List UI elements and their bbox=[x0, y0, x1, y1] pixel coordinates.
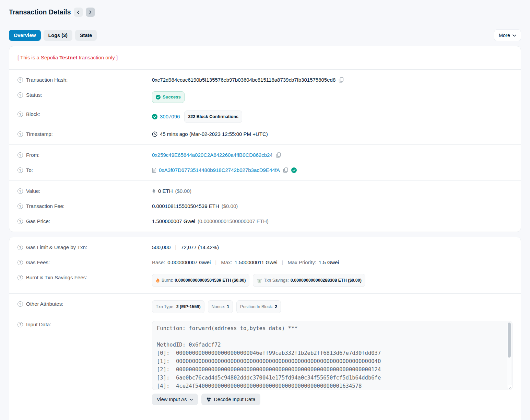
help-icon[interactable]: ? bbox=[17, 188, 23, 194]
gas-fees-label: Gas Fees: bbox=[26, 259, 50, 266]
to-address-link[interactable]: 0xA3f07D6773514480b918C2742b027b3acD9E44… bbox=[159, 166, 280, 174]
view-input-as-button[interactable]: View Input As bbox=[152, 394, 198, 405]
nonce-chip-label: Nonce: bbox=[212, 303, 225, 311]
gas-usage-value: 72,077 (14.42%) bbox=[181, 244, 219, 251]
input-data-textarea[interactable]: Function: forward(address to,bytes data)… bbox=[152, 321, 513, 390]
input-data-content: Function: forward(address to,bytes data)… bbox=[157, 324, 503, 390]
help-icon[interactable]: ? bbox=[17, 322, 23, 327]
txn-savings-chip-value: 0.000000000000288308 ETH ($0.00) bbox=[291, 277, 362, 284]
transaction-hash-row: ? Transaction Hash: 0xc72d984ccac6190b5f… bbox=[9, 72, 521, 88]
input-data-scrollbar-thumb[interactable] bbox=[508, 323, 511, 358]
help-icon[interactable]: ? bbox=[17, 301, 23, 307]
help-icon[interactable]: ? bbox=[17, 92, 23, 98]
copy-icon bbox=[276, 152, 281, 158]
help-icon[interactable]: ? bbox=[17, 219, 23, 224]
details-card: ? Gas Limit & Usage by Txn: 500,000 | 72… bbox=[9, 237, 521, 420]
decode-input-data-button[interactable]: Decode Input Data bbox=[201, 394, 260, 405]
timestamp-value: 45 mins ago (Mar-02-2023 12:55:00 PM +UT… bbox=[160, 130, 268, 138]
clock-icon bbox=[152, 131, 157, 137]
value-usd: ($0.00) bbox=[175, 187, 192, 195]
help-icon[interactable]: ? bbox=[17, 131, 23, 137]
chevron-left-icon bbox=[77, 10, 80, 14]
gas-limit-row: ? Gas Limit & Usage by Txn: 500,000 | 72… bbox=[9, 240, 521, 255]
value-row: ? Value: 0 ETH ($0.00) bbox=[9, 184, 521, 199]
divider bbox=[9, 69, 521, 70]
next-transaction-button[interactable] bbox=[86, 8, 95, 17]
status-badge-label: Success bbox=[163, 93, 181, 101]
position-in-block-badge: Position In Block: 2 bbox=[236, 300, 281, 313]
copy-to-address-button[interactable] bbox=[282, 167, 289, 173]
gas-price-row: ? Gas Price: 1.500000007 Gwei (0.0000000… bbox=[9, 214, 521, 229]
help-icon[interactable]: ? bbox=[17, 152, 23, 158]
tab-overview[interactable]: Overview bbox=[9, 30, 41, 41]
page-header: Transaction Details bbox=[9, 5, 521, 22]
testnet-warning-bold: Testnet bbox=[59, 55, 77, 60]
gas-fees-row: ? Gas Fees: Base: 0.000000007 Gwei | Max… bbox=[9, 255, 521, 270]
to-label: To: bbox=[26, 166, 33, 174]
tab-state[interactable]: State bbox=[75, 30, 97, 41]
gas-price-label: Gas Price: bbox=[26, 218, 50, 225]
pipe-separator: | bbox=[173, 244, 178, 251]
testnet-warning-pre: [ This is a Sepolia bbox=[17, 55, 59, 60]
testnet-warning: [ This is a Sepolia Testnet transaction … bbox=[9, 49, 521, 67]
copy-from-address-button[interactable] bbox=[275, 152, 282, 158]
txn-savings-chip-label: Txn Savings: bbox=[264, 277, 288, 284]
help-icon[interactable]: ? bbox=[17, 203, 23, 209]
value-label: Value: bbox=[26, 187, 40, 195]
gas-price-amount: 1.500000007 Gwei bbox=[152, 218, 195, 225]
block-number-link[interactable]: 3007096 bbox=[160, 113, 180, 120]
timestamp-row: ? Timestamp: 45 mins ago (Mar-02-2023 12… bbox=[9, 127, 521, 142]
help-icon[interactable]: ? bbox=[17, 167, 23, 173]
tabs-bar: Overview Logs (3) State More bbox=[9, 23, 521, 46]
status-badge: Success bbox=[152, 91, 185, 103]
block-confirmations-badge: 222 Block Confirmations bbox=[184, 110, 242, 123]
divider bbox=[9, 144, 521, 145]
other-attributes-row: ? Other Attributes: Txn Type: 2 (EIP-155… bbox=[9, 296, 521, 317]
page-title: Transaction Details bbox=[9, 8, 71, 16]
more-details-label: More Details: bbox=[26, 419, 56, 420]
show-less-link[interactable]: — Click to show less bbox=[152, 419, 199, 420]
copy-icon bbox=[283, 167, 288, 173]
more-dropdown-button[interactable]: More bbox=[494, 30, 521, 41]
input-data-scrollbar[interactable] bbox=[507, 322, 511, 389]
help-icon[interactable]: ? bbox=[17, 112, 23, 117]
previous-transaction-button[interactable] bbox=[74, 8, 83, 17]
burnt-fee-chip-label: Burnt: bbox=[162, 277, 173, 284]
value-amount: 0 ETH bbox=[158, 187, 173, 195]
transaction-hash-value: 0xc72d984ccac6190b5f135576eb97b03604bc81… bbox=[152, 76, 335, 84]
nonce-chip-value: 1 bbox=[227, 303, 229, 311]
contract-document-icon bbox=[152, 167, 156, 173]
max-fee-value: 1.500000011 Gwei bbox=[235, 259, 278, 266]
help-icon[interactable]: ? bbox=[17, 275, 23, 280]
other-attributes-label: Other Attributes: bbox=[26, 300, 63, 308]
divider bbox=[9, 293, 521, 294]
nonce-badge: Nonce: 1 bbox=[208, 300, 233, 313]
pipe-separator: | bbox=[213, 259, 219, 266]
copy-transaction-hash-button[interactable] bbox=[338, 77, 344, 83]
max-fee-label: Max: bbox=[221, 259, 232, 266]
verified-check-icon bbox=[291, 167, 297, 173]
chevron-right-icon bbox=[89, 10, 92, 14]
resize-grip-icon[interactable] bbox=[508, 385, 512, 389]
gas-price-eth: (0.000000001500000007 ETH) bbox=[198, 218, 269, 225]
decode-input-data-label: Decode Input Data bbox=[214, 397, 256, 402]
eth-diamond-icon bbox=[152, 188, 156, 194]
status-row: ? Status: Success bbox=[9, 88, 521, 107]
status-label: Status: bbox=[26, 91, 42, 99]
txn-type-chip-label: Txn Type: bbox=[156, 303, 175, 311]
fire-icon bbox=[156, 278, 160, 283]
txn-savings-badge: Txn Savings: 0.000000000000288308 ETH ($… bbox=[253, 274, 365, 287]
chevron-down-icon bbox=[513, 34, 516, 37]
burnt-fees-row: ? Burnt & Txn Savings Fees: Burnt: 0.000… bbox=[9, 270, 521, 291]
txn-type-badge: Txn Type: 2 (EIP-1559) bbox=[152, 300, 204, 313]
from-row: ? From: 0x259c49E65644a020C2A642260a4ffB… bbox=[9, 148, 521, 163]
help-icon[interactable]: ? bbox=[17, 77, 23, 83]
input-data-row: ? Input Data: Function: forward(address … bbox=[9, 317, 521, 409]
block-row: ? Block: 3007096 222 Block Confirmations bbox=[9, 107, 521, 127]
from-address-link[interactable]: 0x259c49E65644a020C2A642260a4ffB0CD862cb… bbox=[152, 151, 273, 159]
to-row: ? To: 0xA3f07D6773514480b918C2742b027b3a… bbox=[9, 163, 521, 178]
transaction-fee-amount: 0.000108115500504539 ETH bbox=[152, 202, 219, 210]
tab-logs[interactable]: Logs (3) bbox=[44, 30, 72, 41]
help-icon[interactable]: ? bbox=[17, 245, 23, 250]
help-icon[interactable]: ? bbox=[17, 260, 23, 265]
